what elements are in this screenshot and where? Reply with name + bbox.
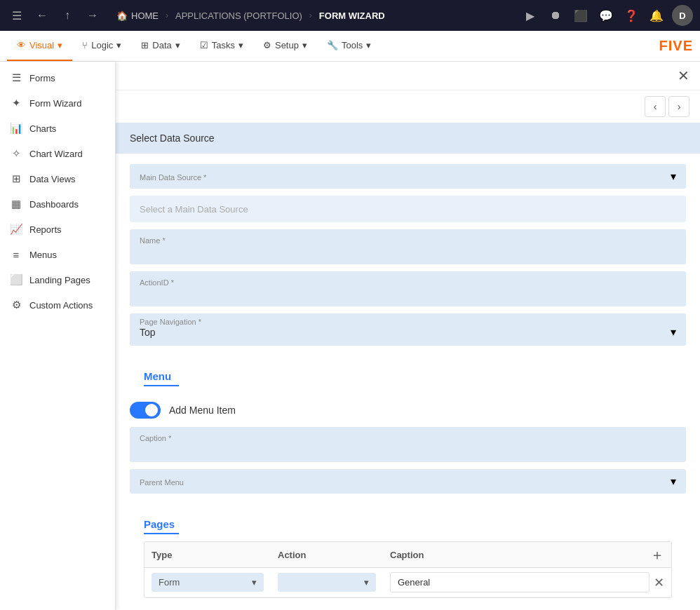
nav-data-label: Data — [152, 40, 171, 50]
menu-item-dashboards[interactable]: ▦ Dashboards — [0, 191, 115, 217]
close-button[interactable]: ✕ — [678, 67, 689, 84]
name-field[interactable]: Name * — [130, 229, 686, 264]
col-action: Action — [271, 550, 383, 560]
home-nav[interactable]: 🏠 HOME — [116, 11, 159, 21]
nav-logic[interactable]: ⑂ Logic ▾ — [72, 31, 131, 61]
menu-item-chart-wizard-label: Chart Wizard — [29, 149, 83, 159]
five-logo: FIVE — [659, 38, 693, 54]
nav-logic-label: Logic — [91, 40, 113, 50]
action-select[interactable]: ▾ — [278, 573, 376, 592]
nav-data[interactable]: ⊞ Data ▾ — [131, 31, 189, 61]
topbar: ☰ ← ↑ → 🏠 HOME › APPLICATIONS (PORTFOLIO… — [0, 0, 700, 31]
menu-item-forms-label: Forms — [29, 73, 55, 83]
forward-icon[interactable]: → — [83, 6, 102, 25]
main-datasource-field[interactable]: Main Data Source * ▾ — [130, 164, 686, 189]
type-select-arrow: ▾ — [252, 577, 257, 588]
page-nav-arrow-icon: ▾ — [671, 325, 676, 339]
data-icon: ⊞ — [141, 40, 149, 50]
nav-logo: FIVE — [659, 31, 693, 61]
nav-arrows: ‹ › — [116, 90, 700, 123]
landing-pages-icon: ⬜ — [10, 273, 22, 286]
menu-item-data-views[interactable]: ⊞ Data Views — [0, 166, 115, 191]
add-menu-row: Add Menu Item — [116, 393, 700, 427]
back-icon[interactable]: ← — [32, 6, 52, 25]
menu-item-chart-wizard[interactable]: ✧ Chart Wizard — [0, 141, 115, 166]
type-select[interactable]: Form ▾ — [152, 573, 264, 592]
pages-section: Pages Type Action Caption ＋ Form — [116, 504, 700, 605]
chevron-down-icon: ▾ — [302, 40, 307, 50]
visual-dropdown-menu: ☰ Forms ✦ Form Wizard 📊 Charts ✧ Chart W… — [0, 62, 116, 610]
hamburger-icon[interactable]: ☰ — [7, 6, 27, 25]
tasks-icon: ☑ — [200, 40, 208, 50]
home-label: HOME — [131, 11, 159, 21]
nav-visual[interactable]: 👁 Visual ▾ — [7, 31, 72, 61]
menu-section: Menu Add Menu Item Caption * Parent Menu — [116, 363, 700, 494]
col-type: Type — [144, 550, 271, 560]
chevron-down-icon: ▾ — [58, 40, 62, 50]
nav-tasks-label: Tasks — [212, 40, 235, 50]
dropdown-arrow-icon: ▾ — [671, 170, 676, 183]
col-caption: Caption — [383, 550, 643, 560]
prev-button[interactable]: ‹ — [645, 96, 666, 117]
actionid-input[interactable] — [140, 288, 676, 299]
pages-section-title: Pages — [130, 511, 189, 530]
add-menu-label: Add Menu Item — [169, 405, 236, 416]
logic-icon: ⑂ — [82, 40, 88, 50]
add-page-button[interactable]: ＋ — [650, 548, 664, 562]
add-menu-toggle[interactable] — [130, 402, 161, 419]
pages-table-header: Type Action Caption ＋ — [144, 542, 671, 568]
select-datasource-banner: Select Data Source — [116, 123, 700, 154]
main-content: ✕ ‹ › Select Data Source Main Data Sourc… — [116, 62, 700, 610]
bell-icon[interactable]: 🔔 — [647, 6, 666, 25]
menu-item-landing-pages[interactable]: ⬜ Landing Pages — [0, 267, 115, 292]
cell-type: Form ▾ — [144, 573, 271, 592]
stop-icon[interactable]: ⬛ — [571, 6, 591, 25]
actionid-field[interactable]: ActionID * — [130, 271, 686, 306]
caption-text-input[interactable] — [390, 572, 649, 592]
wizard-crumb[interactable]: FORM WIZARD — [319, 11, 385, 21]
up-icon[interactable]: ↑ — [58, 6, 77, 25]
home-icon: 🏠 — [116, 11, 128, 21]
pages-underline — [144, 533, 179, 534]
help-icon[interactable]: ❓ — [621, 6, 641, 25]
caption-field[interactable]: Caption * — [130, 427, 686, 462]
nav-setup[interactable]: ⚙ Setup ▾ — [253, 31, 317, 61]
forms-icon: ☰ — [10, 72, 22, 84]
menu-item-forms[interactable]: ☰ Forms — [0, 65, 115, 90]
menu-item-form-wizard[interactable]: ✦ Form Wizard — [0, 90, 115, 116]
add-page-col: ＋ — [643, 548, 671, 562]
avatar[interactable]: D — [672, 5, 693, 26]
dashboards-icon: ▦ — [10, 198, 22, 210]
chat-icon[interactable]: 💬 — [596, 6, 616, 25]
charts-icon: 📊 — [10, 122, 22, 135]
remove-row-button[interactable]: ✕ — [654, 575, 664, 590]
eye-icon: 👁 — [17, 40, 26, 50]
gear-icon: ⚙ — [263, 40, 271, 50]
pages-table: Type Action Caption ＋ Form ▾ — [144, 541, 672, 598]
play-icon[interactable]: ▶ — [520, 6, 540, 25]
topbar-actions: ▶ ⏺ ⬛ 💬 ❓ 🔔 D — [520, 5, 693, 26]
menu-item-form-wizard-label: Form Wizard — [29, 98, 81, 109]
menu-item-landing-pages-label: Landing Pages — [29, 275, 90, 285]
menu-item-menus[interactable]: ≡ Menus — [0, 242, 115, 267]
actionid-label: ActionID * — [140, 278, 676, 287]
menu-item-reports[interactable]: 📈 Reports — [0, 217, 115, 242]
main-datasource-field-content: Main Data Source * — [140, 170, 206, 183]
name-input[interactable] — [140, 246, 676, 257]
nav-tasks[interactable]: ☑ Tasks ▾ — [190, 31, 253, 61]
app-crumb[interactable]: APPLICATIONS (PORTFOLIO) — [175, 11, 302, 21]
parent-menu-field[interactable]: Parent Menu ▾ — [130, 469, 686, 494]
nav-tools[interactable]: 🔧 Tools ▾ — [317, 31, 381, 61]
menu-item-custom-actions[interactable]: ⚙ Custom Actions — [0, 292, 115, 318]
nav-visual-label: Visual — [29, 40, 54, 50]
caption-input[interactable] — [140, 444, 676, 454]
page-navigation-field[interactable]: Page Navigation * Top ▾ — [130, 313, 686, 346]
parent-menu-label: Parent Menu — [140, 478, 184, 487]
datasource-placeholder-field[interactable]: Select a Main Data Source — [130, 196, 686, 222]
menu-section-underline — [144, 385, 179, 386]
menu-item-charts[interactable]: 📊 Charts — [0, 116, 115, 141]
record-icon[interactable]: ⏺ — [546, 6, 565, 25]
chevron-down-icon: ▾ — [366, 40, 371, 50]
cell-action: ▾ — [271, 573, 383, 592]
next-button[interactable]: › — [668, 96, 689, 117]
